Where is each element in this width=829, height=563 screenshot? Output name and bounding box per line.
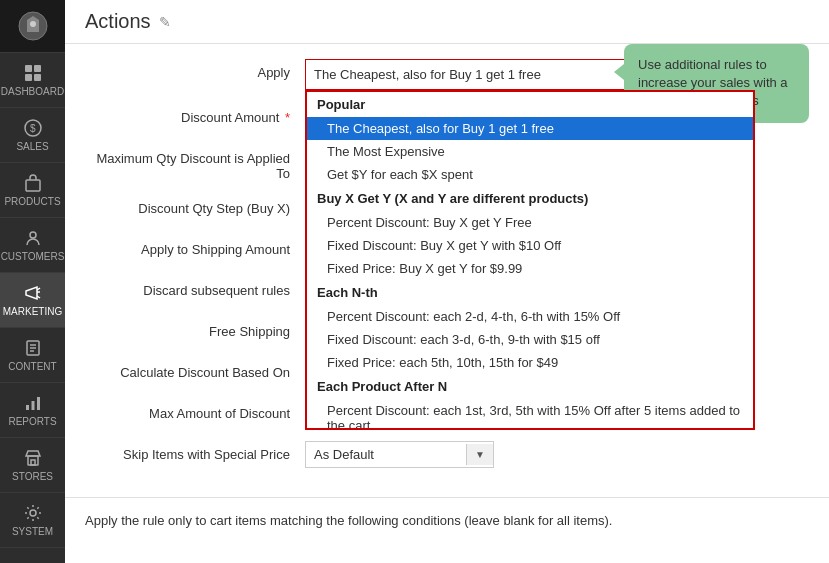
svg-rect-4 xyxy=(25,74,32,81)
sidebar-label-marketing: MARKETING xyxy=(3,306,62,317)
sidebar-item-marketing[interactable]: MARKETING xyxy=(0,273,65,328)
svg-rect-18 xyxy=(31,460,35,465)
dropdown-group-label: Popular xyxy=(307,92,753,117)
discount-amount-label: Discount Amount * xyxy=(85,104,305,125)
dropdown-option[interactable]: Percent Discount: each 1st, 3rd, 5th wit… xyxy=(307,399,753,430)
sidebar-label-dashboard: DASHBOARD xyxy=(1,86,64,97)
apply-dropdown-value: The Cheapest, also for Buy 1 get 1 free xyxy=(314,67,541,82)
dropdown-group-label: Buy X Get Y (X and Y are different produ… xyxy=(307,186,753,211)
svg-rect-14 xyxy=(26,405,29,410)
page-header: Actions ✎ xyxy=(65,0,829,44)
bottom-condition-text: Apply the rule only to cart items matchi… xyxy=(65,497,829,543)
sidebar-item-content[interactable]: CONTENT xyxy=(0,328,65,383)
form-area: Use additional rules to increase your sa… xyxy=(65,44,829,497)
skip-special-control: As Default ▼ xyxy=(305,441,725,468)
dropdown-option[interactable]: Percent Discount: Buy X get Y Free xyxy=(307,211,753,234)
required-star: * xyxy=(281,110,290,125)
sidebar-label-stores: STORES xyxy=(12,471,53,482)
sidebar-label-sales: SALES xyxy=(16,141,48,152)
skip-special-label: Skip Items with Special Price xyxy=(85,441,305,462)
sidebar-logo xyxy=(0,0,65,53)
dropdown-option[interactable]: Get $Y for each $X spent xyxy=(307,163,753,186)
discard-rules-label: Discard subsequent rules xyxy=(85,277,305,298)
svg-rect-2 xyxy=(25,65,32,72)
dropdown-option[interactable]: The Cheapest, also for Buy 1 get 1 free xyxy=(307,117,753,140)
discount-qty-step-label: Discount Qty Step (Buy X) xyxy=(85,195,305,216)
main-content: Actions ✎ Use additional rules to increa… xyxy=(65,0,829,563)
sidebar-label-system: SYSTEM xyxy=(12,526,53,537)
svg-rect-16 xyxy=(37,397,40,410)
svg-text:$: $ xyxy=(30,123,36,134)
dropdown-option[interactable]: Fixed Discount: each 3-d, 6-th, 9-th wit… xyxy=(307,328,753,351)
sidebar-label-content: CONTENT xyxy=(8,361,56,372)
apply-shipping-label: Apply to Shipping Amount xyxy=(85,236,305,257)
svg-rect-3 xyxy=(34,65,41,72)
dropdown-group-label: Each N-th xyxy=(307,280,753,305)
svg-point-19 xyxy=(30,510,36,516)
sidebar-item-customers[interactable]: CUSTOMERS xyxy=(0,218,65,273)
calculate-based-on-label: Calculate Discount Based On xyxy=(85,359,305,380)
sidebar-label-products: PRODUCTS xyxy=(4,196,60,207)
sidebar-item-sales[interactable]: $ SALES xyxy=(0,108,65,163)
apply-label: Apply xyxy=(85,59,305,80)
skip-special-row: Skip Items with Special Price As Default… xyxy=(85,441,809,468)
svg-rect-8 xyxy=(26,180,40,191)
dropdown-option[interactable]: Fixed Discount: Buy X get Y with $10 Off xyxy=(307,234,753,257)
dropdown-option[interactable]: Percent Discount: each 2-d, 4-th, 6-th w… xyxy=(307,305,753,328)
sidebar-item-dashboard[interactable]: DASHBOARD xyxy=(0,53,65,108)
edit-icon[interactable]: ✎ xyxy=(159,14,171,30)
dropdown-option[interactable]: The Most Expensive xyxy=(307,140,753,163)
apply-dropdown-list: PopularThe Cheapest, also for Buy 1 get … xyxy=(305,90,755,430)
sidebar-label-customers: CUSTOMERS xyxy=(1,251,65,262)
sidebar-item-stores[interactable]: STORES xyxy=(0,438,65,493)
skip-special-arrow: ▼ xyxy=(466,444,493,465)
sidebar: DASHBOARD $ SALES PRODUCTS CUSTOMERS MAR… xyxy=(0,0,65,563)
sidebar-item-system[interactable]: SYSTEM xyxy=(0,493,65,548)
svg-rect-15 xyxy=(31,401,34,410)
dropdown-option[interactable]: Fixed Price: Buy X get Y for $9.99 xyxy=(307,257,753,280)
dropdown-group-label: Each Product After N xyxy=(307,374,753,399)
skip-special-select-wrap: As Default ▼ xyxy=(305,441,494,468)
svg-point-1 xyxy=(30,21,36,27)
page-title: Actions xyxy=(85,10,151,33)
sidebar-label-reports: REPORTS xyxy=(8,416,56,427)
svg-rect-5 xyxy=(34,74,41,81)
sidebar-item-reports[interactable]: REPORTS xyxy=(0,383,65,438)
sidebar-item-products[interactable]: PRODUCTS xyxy=(0,163,65,218)
max-qty-label: Maximum Qty Discount is Applied To xyxy=(85,145,305,181)
skip-special-select[interactable]: As Default xyxy=(306,442,466,467)
svg-point-9 xyxy=(30,232,36,238)
max-amount-label: Max Amount of Discount xyxy=(85,400,305,421)
dropdown-option[interactable]: Fixed Price: each 5th, 10th, 15th for $4… xyxy=(307,351,753,374)
free-shipping-label: Free Shipping xyxy=(85,318,305,339)
